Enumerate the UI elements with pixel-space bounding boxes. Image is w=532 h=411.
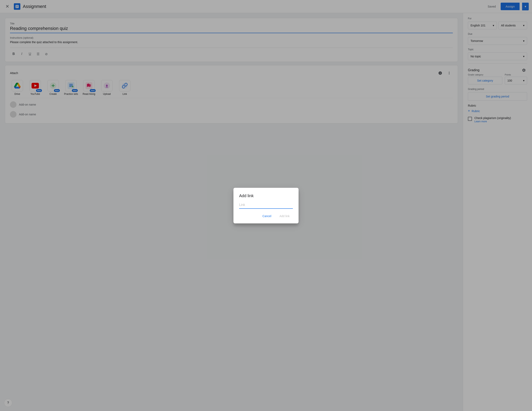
dialog-input-wrap [239,202,293,209]
add-link-button[interactable]: Add link [276,213,293,219]
dialog-title: Add link [239,194,293,198]
add-link-dialog: Add link Cancel Add link [233,188,299,224]
link-input[interactable] [239,202,293,208]
dialog-actions: Cancel Add link [239,213,293,219]
dialog-overlay[interactable]: Add link Cancel Add link [0,0,532,411]
cancel-button[interactable]: Cancel [259,213,275,219]
